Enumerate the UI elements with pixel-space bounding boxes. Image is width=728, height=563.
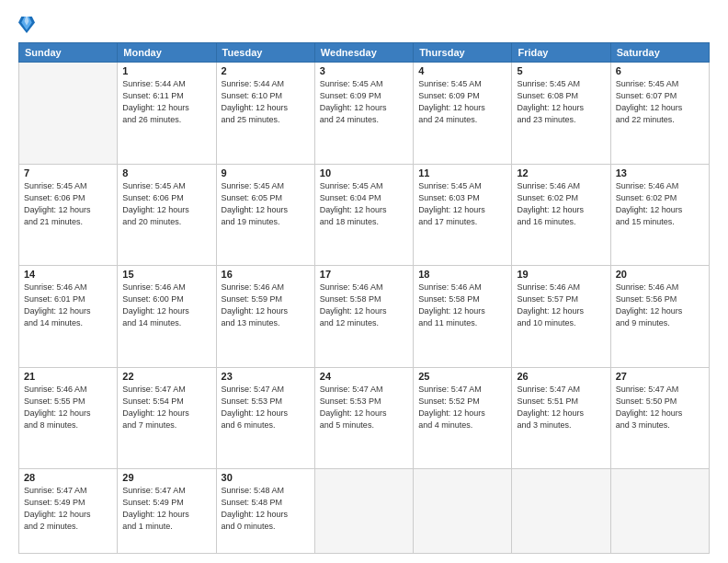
calendar-cell: 13Sunrise: 5:46 AM Sunset: 6:02 PM Dayli…	[610, 164, 709, 266]
day-number: 23	[222, 371, 310, 382]
weekday-header: Wednesday	[314, 43, 413, 63]
weekday-header: Saturday	[610, 43, 709, 63]
calendar-cell: 19Sunrise: 5:46 AM Sunset: 5:57 PM Dayli…	[512, 266, 610, 368]
day-info: Sunrise: 5:45 AM Sunset: 6:04 PM Dayligh…	[320, 180, 408, 228]
day-number: 20	[616, 269, 704, 280]
calendar-cell: 3Sunrise: 5:45 AM Sunset: 6:09 PM Daylig…	[314, 63, 413, 165]
calendar-cell: 15Sunrise: 5:46 AM Sunset: 6:00 PM Dayli…	[118, 266, 216, 368]
day-info: Sunrise: 5:47 AM Sunset: 5:54 PM Dayligh…	[122, 384, 210, 431]
day-number: 17	[320, 269, 408, 280]
day-number: 7	[24, 167, 112, 178]
calendar-cell	[610, 469, 709, 554]
calendar-cell: 14Sunrise: 5:46 AM Sunset: 6:01 PM Dayli…	[19, 266, 118, 368]
page: SundayMondayTuesdayWednesdayThursdayFrid…	[0, 0, 728, 563]
day-info: Sunrise: 5:45 AM Sunset: 6:09 PM Dayligh…	[320, 78, 408, 126]
day-info: Sunrise: 5:45 AM Sunset: 6:09 PM Dayligh…	[418, 78, 506, 126]
calendar-cell: 2Sunrise: 5:44 AM Sunset: 6:10 PM Daylig…	[216, 63, 314, 165]
day-number: 15	[122, 269, 210, 280]
week-row: 1Sunrise: 5:44 AM Sunset: 6:11 PM Daylig…	[19, 63, 710, 165]
calendar-cell: 4Sunrise: 5:45 AM Sunset: 6:09 PM Daylig…	[414, 63, 512, 165]
day-info: Sunrise: 5:46 AM Sunset: 6:02 PM Dayligh…	[517, 180, 605, 228]
calendar-table: SundayMondayTuesdayWednesdayThursdayFrid…	[18, 42, 710, 554]
weekday-header: Friday	[512, 43, 610, 63]
day-info: Sunrise: 5:45 AM Sunset: 6:08 PM Dayligh…	[517, 78, 605, 126]
day-info: Sunrise: 5:45 AM Sunset: 6:06 PM Dayligh…	[122, 180, 210, 228]
day-number: 6	[616, 65, 704, 76]
day-info: Sunrise: 5:46 AM Sunset: 6:01 PM Dayligh…	[24, 282, 112, 329]
calendar-cell: 16Sunrise: 5:46 AM Sunset: 5:59 PM Dayli…	[216, 266, 314, 368]
day-number: 1	[122, 65, 210, 76]
calendar-cell: 21Sunrise: 5:46 AM Sunset: 5:55 PM Dayli…	[19, 367, 118, 469]
day-number: 29	[122, 472, 210, 483]
calendar-cell: 5Sunrise: 5:45 AM Sunset: 6:08 PM Daylig…	[512, 63, 610, 165]
logo-icon	[18, 15, 35, 35]
day-number: 14	[24, 269, 112, 280]
weekday-header: Sunday	[19, 43, 118, 63]
day-number: 21	[24, 371, 112, 382]
day-info: Sunrise: 5:45 AM Sunset: 6:03 PM Dayligh…	[418, 180, 506, 228]
day-number: 30	[222, 472, 310, 483]
day-info: Sunrise: 5:47 AM Sunset: 5:49 PM Dayligh…	[24, 485, 112, 533]
day-number: 9	[222, 167, 310, 178]
calendar-cell: 23Sunrise: 5:47 AM Sunset: 5:53 PM Dayli…	[216, 367, 314, 469]
day-number: 8	[122, 167, 210, 178]
calendar-cell: 22Sunrise: 5:47 AM Sunset: 5:54 PM Dayli…	[118, 367, 216, 469]
calendar-cell	[314, 469, 413, 554]
week-row: 21Sunrise: 5:46 AM Sunset: 5:55 PM Dayli…	[19, 367, 710, 469]
day-info: Sunrise: 5:46 AM Sunset: 6:00 PM Dayligh…	[122, 282, 210, 329]
week-row: 28Sunrise: 5:47 AM Sunset: 5:49 PM Dayli…	[19, 469, 710, 554]
day-number: 2	[222, 65, 310, 76]
day-number: 26	[517, 371, 605, 382]
calendar-cell: 25Sunrise: 5:47 AM Sunset: 5:52 PM Dayli…	[414, 367, 512, 469]
calendar-cell: 6Sunrise: 5:45 AM Sunset: 6:07 PM Daylig…	[610, 63, 709, 165]
calendar-cell: 12Sunrise: 5:46 AM Sunset: 6:02 PM Dayli…	[512, 164, 610, 266]
day-info: Sunrise: 5:47 AM Sunset: 5:53 PM Dayligh…	[320, 384, 408, 431]
week-row: 14Sunrise: 5:46 AM Sunset: 6:01 PM Dayli…	[19, 266, 710, 368]
day-info: Sunrise: 5:46 AM Sunset: 5:55 PM Dayligh…	[24, 384, 112, 431]
day-info: Sunrise: 5:47 AM Sunset: 5:53 PM Dayligh…	[222, 384, 310, 431]
day-info: Sunrise: 5:46 AM Sunset: 5:57 PM Dayligh…	[517, 282, 605, 329]
day-number: 24	[320, 371, 408, 382]
day-number: 4	[418, 65, 506, 76]
day-info: Sunrise: 5:44 AM Sunset: 6:11 PM Dayligh…	[122, 78, 210, 126]
calendar-cell: 28Sunrise: 5:47 AM Sunset: 5:49 PM Dayli…	[19, 469, 118, 554]
day-info: Sunrise: 5:45 AM Sunset: 6:07 PM Dayligh…	[616, 78, 704, 126]
day-number: 28	[24, 472, 112, 483]
weekday-header: Monday	[118, 43, 216, 63]
calendar-cell: 26Sunrise: 5:47 AM Sunset: 5:51 PM Dayli…	[512, 367, 610, 469]
day-info: Sunrise: 5:47 AM Sunset: 5:49 PM Dayligh…	[122, 485, 210, 533]
day-number: 11	[418, 167, 506, 178]
calendar-cell	[414, 469, 512, 554]
calendar-cell: 17Sunrise: 5:46 AM Sunset: 5:58 PM Dayli…	[314, 266, 413, 368]
day-number: 10	[320, 167, 408, 178]
calendar-cell: 7Sunrise: 5:45 AM Sunset: 6:06 PM Daylig…	[19, 164, 118, 266]
calendar-cell: 1Sunrise: 5:44 AM Sunset: 6:11 PM Daylig…	[118, 63, 216, 165]
day-number: 18	[418, 269, 506, 280]
calendar-cell	[19, 63, 118, 165]
calendar-cell: 27Sunrise: 5:47 AM Sunset: 5:50 PM Dayli…	[610, 367, 709, 469]
day-info: Sunrise: 5:46 AM Sunset: 6:02 PM Dayligh…	[616, 180, 704, 228]
day-number: 27	[616, 371, 704, 382]
day-info: Sunrise: 5:45 AM Sunset: 6:05 PM Dayligh…	[222, 180, 310, 228]
day-info: Sunrise: 5:46 AM Sunset: 5:58 PM Dayligh…	[320, 282, 408, 329]
day-info: Sunrise: 5:45 AM Sunset: 6:06 PM Dayligh…	[24, 180, 112, 228]
calendar-cell: 11Sunrise: 5:45 AM Sunset: 6:03 PM Dayli…	[414, 164, 512, 266]
logo	[18, 15, 39, 35]
day-number: 12	[517, 167, 605, 178]
week-row: 7Sunrise: 5:45 AM Sunset: 6:06 PM Daylig…	[19, 164, 710, 266]
calendar-cell: 18Sunrise: 5:46 AM Sunset: 5:58 PM Dayli…	[414, 266, 512, 368]
day-info: Sunrise: 5:47 AM Sunset: 5:52 PM Dayligh…	[418, 384, 506, 431]
day-info: Sunrise: 5:44 AM Sunset: 6:10 PM Dayligh…	[222, 78, 310, 126]
day-info: Sunrise: 5:48 AM Sunset: 5:48 PM Dayligh…	[222, 485, 310, 533]
day-number: 16	[222, 269, 310, 280]
day-number: 25	[418, 371, 506, 382]
day-number: 22	[122, 371, 210, 382]
calendar-cell: 10Sunrise: 5:45 AM Sunset: 6:04 PM Dayli…	[314, 164, 413, 266]
day-info: Sunrise: 5:46 AM Sunset: 5:58 PM Dayligh…	[418, 282, 506, 329]
day-number: 5	[517, 65, 605, 76]
calendar-cell: 9Sunrise: 5:45 AM Sunset: 6:05 PM Daylig…	[216, 164, 314, 266]
day-info: Sunrise: 5:46 AM Sunset: 5:56 PM Dayligh…	[616, 282, 704, 329]
calendar-cell	[512, 469, 610, 554]
day-number: 19	[517, 269, 605, 280]
calendar-cell: 20Sunrise: 5:46 AM Sunset: 5:56 PM Dayli…	[610, 266, 709, 368]
